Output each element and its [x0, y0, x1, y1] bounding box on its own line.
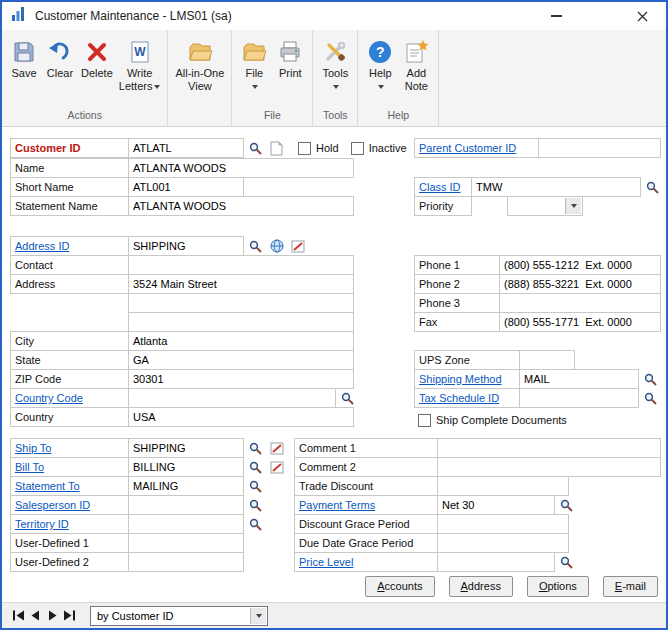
accounts-button[interactable]: Accounts [365, 576, 434, 597]
shipping-method-lookup-button[interactable] [641, 369, 660, 389]
country-code-lookup-button[interactable] [338, 388, 357, 408]
fax-field[interactable]: (800) 555-1771 Ext. 0000 [499, 312, 661, 332]
ship-complete-checkbox[interactable] [418, 414, 431, 427]
ups-zone-field[interactable] [519, 350, 575, 370]
statement-to-field[interactable]: MAILING [128, 476, 244, 496]
trade-discount-field[interactable] [437, 476, 569, 496]
bill-to-lookup-button[interactable] [246, 457, 265, 477]
address-field-3[interactable] [128, 312, 354, 332]
address-field-1[interactable]: 3524 Main Street [128, 274, 354, 294]
write-letters-button[interactable]: W Write Letters [116, 35, 164, 95]
statement-to-link[interactable]: Statement To [15, 480, 80, 492]
hold-checkbox[interactable] [298, 142, 311, 155]
ship-to-link[interactable]: Ship To [15, 442, 52, 454]
phone2-field[interactable]: (888) 855-3221 Ext. 0000 [499, 274, 661, 294]
address-id-lookup-button[interactable] [246, 236, 265, 256]
customer-id-lookup-button[interactable] [246, 138, 265, 158]
nav-previous-button[interactable] [27, 607, 44, 625]
email-button[interactable]: E-mail [603, 576, 658, 597]
country-code-field[interactable] [128, 388, 336, 408]
user-defined-2-field[interactable] [128, 552, 244, 572]
nav-last-button[interactable] [61, 607, 78, 625]
phone1-field[interactable]: (800) 555-1212 Ext. 0000 [499, 255, 661, 275]
sort-by-dropdown-button[interactable] [250, 608, 266, 624]
contact-field[interactable] [128, 255, 354, 275]
due-date-grace-field[interactable] [437, 533, 569, 553]
customer-maintenance-window: Customer Maintenance - LMS01 (sa) [0, 0, 668, 630]
tax-schedule-lookup-button[interactable] [641, 388, 660, 408]
country-code-link[interactable]: Country Code [15, 392, 83, 404]
payment-terms-lookup-button[interactable] [557, 495, 576, 515]
price-level-link[interactable]: Price Level [299, 556, 353, 568]
parent-customer-id-field[interactable] [538, 138, 661, 158]
priority-select[interactable] [507, 196, 583, 216]
tools-button[interactable]: Tools [317, 35, 353, 95]
address-button[interactable]: Address [449, 576, 513, 597]
address-id-link[interactable]: Address ID [15, 240, 69, 252]
short-name-field[interactable]: ATL001 [128, 177, 244, 197]
city-field[interactable]: Atlanta [128, 331, 354, 351]
bill-to-address-button[interactable] [267, 457, 286, 477]
country-field[interactable]: USA [128, 407, 354, 427]
ship-to-address-button[interactable] [267, 438, 286, 458]
statement-name-field[interactable]: ATLANTA WOODS [128, 196, 354, 216]
salesperson-id-field[interactable] [128, 495, 244, 515]
bill-to-field[interactable]: BILLING [128, 457, 244, 477]
salesperson-id-link[interactable]: Salesperson ID [15, 499, 90, 511]
save-button[interactable]: Save [6, 35, 42, 82]
price-level-field[interactable] [437, 552, 555, 572]
address-field-2[interactable] [128, 293, 354, 313]
parent-customer-id-link[interactable]: Parent Customer ID [419, 142, 516, 154]
magnifier-icon [249, 142, 262, 155]
magnifier-icon [249, 461, 262, 474]
ship-to-field[interactable]: SHIPPING [128, 438, 244, 458]
clear-button[interactable]: Clear [42, 35, 78, 82]
internet-info-button[interactable] [267, 236, 286, 256]
priority-dropdown-button[interactable] [565, 198, 581, 214]
nav-next-button[interactable] [44, 607, 61, 625]
delete-button[interactable]: Delete [78, 35, 116, 82]
comment2-field[interactable] [437, 457, 661, 477]
tax-schedule-id-link[interactable]: Tax Schedule ID [419, 392, 499, 404]
address-id-field[interactable]: SHIPPING [128, 236, 244, 256]
tax-schedule-id-field[interactable] [519, 388, 639, 408]
territory-id-field[interactable] [128, 514, 244, 534]
help-button[interactable]: ? Help [362, 35, 398, 95]
inactive-checkbox[interactable] [351, 142, 364, 155]
bill-to-link[interactable]: Bill To [15, 461, 44, 473]
price-level-lookup-button[interactable] [557, 552, 576, 572]
address-detail-button[interactable] [288, 236, 307, 256]
sort-by-select[interactable]: by Customer ID [90, 606, 268, 626]
shipping-method-field[interactable]: MAIL [519, 369, 639, 389]
customer-id-field[interactable]: ATLATL [128, 138, 244, 158]
options-button[interactable]: Options [527, 576, 589, 597]
class-id-field[interactable]: TMW [471, 177, 641, 197]
print-button[interactable]: Print [272, 35, 308, 82]
all-in-one-view-button[interactable]: All-in-One View [172, 35, 227, 95]
close-button[interactable] [624, 2, 660, 30]
payment-terms-field[interactable]: Net 30 [437, 495, 555, 515]
add-note-button[interactable]: Add Note [398, 35, 434, 95]
discount-grace-field[interactable] [437, 514, 569, 534]
territory-lookup-button[interactable] [246, 514, 265, 534]
class-id-link[interactable]: Class ID [419, 181, 461, 193]
nav-first-button[interactable] [10, 607, 27, 625]
phone3-field[interactable] [499, 293, 661, 313]
zip-code-field[interactable]: 30301 [128, 369, 354, 389]
minimize-button[interactable] [538, 2, 574, 30]
salesperson-lookup-button[interactable] [246, 495, 265, 515]
name-field[interactable]: ATLANTA WOODS [128, 158, 354, 178]
class-id-lookup-button[interactable] [643, 177, 662, 197]
user-defined-1-field[interactable] [128, 533, 244, 553]
state-field[interactable]: GA [128, 350, 354, 370]
territory-id-link[interactable]: Territory ID [15, 518, 69, 530]
shipping-method-link[interactable]: Shipping Method [419, 373, 502, 385]
payment-terms-link[interactable]: Payment Terms [299, 499, 375, 511]
file-button[interactable]: File [236, 35, 272, 95]
comment1-field[interactable] [437, 438, 661, 458]
customer-note-button[interactable] [267, 138, 286, 158]
ship-to-lookup-button[interactable] [246, 438, 265, 458]
statement-to-lookup-button[interactable] [246, 476, 265, 496]
tax-schedule-label-cell: Tax Schedule ID [414, 388, 520, 408]
minimize-icon [551, 15, 562, 17]
